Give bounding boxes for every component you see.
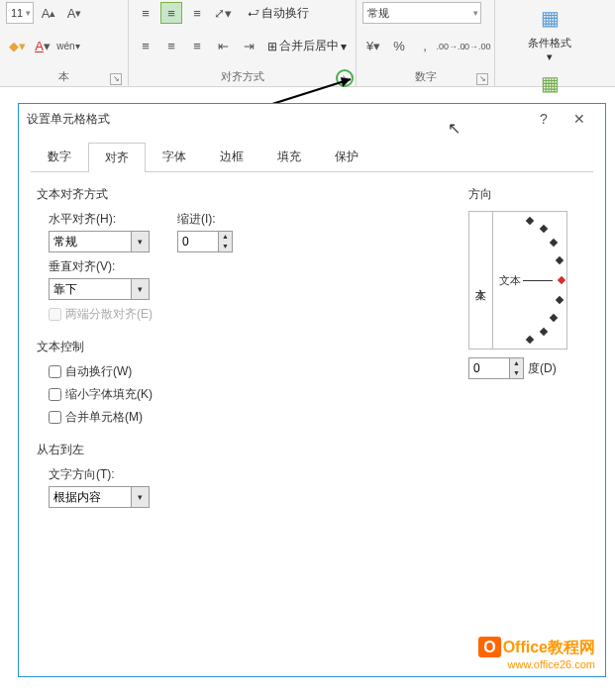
shrink-fit-checkbox[interactable]: 缩小字体填充(K): [49, 386, 449, 403]
ribbon: 11 A▴ A▾ ◆▾ A▾ wén▾ 本↘ ≡ ≡ ≡ ⤢▾ ⮐自动换行 ≡ …: [0, 0, 615, 87]
tab-fill[interactable]: 填充: [260, 142, 318, 171]
dialog-titlebar: 设置单元格格式 ? ✕: [19, 104, 605, 134]
orientation-section: 方向: [468, 186, 587, 203]
font-group: 11 A▴ A▾ ◆▾ A▾ wén▾ 本↘: [0, 0, 129, 87]
orientation-dial[interactable]: 文本: [493, 212, 566, 349]
h-align-combo[interactable]: ▾: [49, 231, 150, 252]
align-left-icon[interactable]: ≡: [135, 36, 156, 57]
number-group-label: 数字↘: [362, 68, 488, 85]
number-format-combo[interactable]: 常规: [362, 2, 481, 24]
rtl-section: 从右到左: [37, 442, 449, 458]
tab-font[interactable]: 字体: [146, 142, 203, 171]
align-middle-icon[interactable]: ≡: [160, 2, 182, 24]
wrap-text-button[interactable]: ⮐自动换行: [248, 5, 309, 22]
alignment-group: ≡ ≡ ≡ ⤢▾ ⮐自动换行 ≡ ≡ ≡ ⇤ ⇥ ⊞合并后居中▾ 对齐方式↘: [129, 0, 357, 87]
number-dialog-launcher[interactable]: ↘: [476, 73, 488, 85]
orientation-icon[interactable]: ⤢▾: [212, 2, 234, 24]
spin-down-icon[interactable]: ▼: [219, 242, 232, 251]
vertical-text-button[interactable]: 文本: [469, 212, 493, 349]
decrease-font-icon[interactable]: A▾: [63, 2, 85, 24]
font-size-combo[interactable]: 11: [6, 2, 34, 24]
align-center-icon[interactable]: ≡: [160, 36, 182, 57]
help-button[interactable]: ?: [526, 111, 562, 127]
h-align-label: 水平对齐(H):: [49, 211, 150, 228]
chevron-down-icon: ▾: [131, 279, 149, 299]
currency-icon[interactable]: ¥▾: [362, 36, 384, 57]
dialog-tabs: 数字 对齐 字体 边框 填充 保护: [31, 142, 593, 172]
percent-icon[interactable]: %: [388, 36, 410, 57]
spin-up-icon[interactable]: ▲: [510, 358, 523, 368]
merge-icon: ⊞: [267, 40, 277, 53]
spin-up-icon[interactable]: ▲: [219, 232, 232, 242]
font-group-label: 本↘: [6, 68, 122, 85]
wrap-icon: ⮐: [248, 6, 259, 20]
font-dialog-launcher[interactable]: ↘: [110, 73, 122, 85]
increase-font-icon[interactable]: A▴: [38, 2, 59, 24]
text-direction-label: 文字方向(T):: [49, 466, 449, 483]
conditional-format-button[interactable]: ▦条件格式▾: [526, 2, 573, 63]
orientation-control[interactable]: 文本 文本: [468, 211, 567, 350]
format-table-icon: ▦: [534, 67, 565, 99]
spin-down-icon[interactable]: ▼: [510, 368, 523, 378]
comma-icon[interactable]: ,: [414, 36, 436, 57]
degrees-spinner[interactable]: ▲▼: [468, 357, 524, 379]
increase-indent-icon[interactable]: ⇥: [238, 36, 259, 57]
decrease-indent-icon[interactable]: ⇤: [212, 36, 234, 57]
increase-decimal-icon[interactable]: .00→.0: [440, 36, 461, 57]
conditional-format-icon: ▦: [534, 2, 565, 34]
tab-alignment[interactable]: 对齐: [88, 143, 146, 172]
v-align-combo[interactable]: ▾: [49, 278, 150, 300]
align-top-icon[interactable]: ≡: [135, 2, 156, 24]
align-right-icon[interactable]: ≡: [186, 36, 208, 57]
indent-label: 缩进(I):: [177, 211, 233, 228]
text-direction-combo[interactable]: ▾: [49, 486, 150, 508]
number-group: 常规 ¥▾ % , .00→.0 .0→.00 数字↘: [357, 0, 495, 87]
chevron-down-icon: ▾: [131, 487, 149, 507]
degrees-label: 度(D): [528, 360, 557, 377]
merge-cells-checkbox[interactable]: 合并单元格(M): [49, 409, 449, 426]
text-control-section: 文本控制: [37, 339, 449, 355]
indent-spinner[interactable]: ▲▼: [177, 231, 233, 252]
v-align-label: 垂直对齐(V):: [49, 258, 449, 275]
tab-number[interactable]: 数字: [31, 142, 88, 171]
format-cells-dialog: 设置单元格格式 ? ✕ 数字 对齐 字体 边框 填充 保护 文本对齐方式 水平对…: [18, 103, 606, 677]
align-bottom-icon[interactable]: ≡: [186, 2, 208, 24]
styles-group: ▦条件格式▾ ▦套用 表格格式▾: [495, 0, 604, 87]
pinyin-icon[interactable]: wén▾: [57, 36, 79, 57]
chevron-down-icon: ▾: [131, 232, 149, 251]
alignment-group-label: 对齐方式↘: [135, 68, 350, 85]
font-color-icon[interactable]: A▾: [32, 36, 53, 57]
watermark: OOffice教程网 www.office26.com: [478, 638, 595, 670]
text-alignment-section: 文本对齐方式: [37, 186, 449, 203]
distribute-checkbox: 两端分散对齐(E): [49, 306, 449, 323]
fill-color-icon[interactable]: ◆▾: [6, 36, 28, 57]
wrap-text-checkbox[interactable]: 自动换行(W): [49, 363, 449, 380]
close-button[interactable]: ✕: [562, 111, 597, 127]
merge-center-button[interactable]: ⊞合并后居中▾: [267, 38, 347, 54]
alignment-dialog-launcher[interactable]: ↘: [336, 69, 354, 87]
tab-border[interactable]: 边框: [203, 142, 260, 171]
decrease-decimal-icon[interactable]: .0→.00: [465, 36, 487, 57]
tab-protection[interactable]: 保护: [318, 142, 375, 171]
dialog-title: 设置单元格格式: [27, 111, 526, 128]
